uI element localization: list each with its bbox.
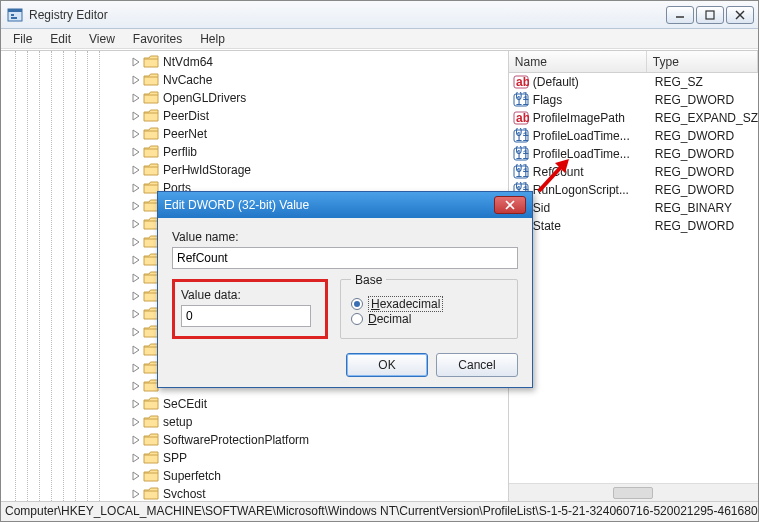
base-groupbox: Base Hexadecimal Decimal bbox=[340, 279, 518, 339]
tree-item-label: SPP bbox=[161, 451, 189, 465]
value-type: REG_BINARY bbox=[655, 201, 758, 215]
listview-header[interactable]: Name Type bbox=[509, 51, 758, 73]
expand-icon[interactable] bbox=[131, 57, 141, 67]
list-row[interactable]: 011110ProfileLoadTime...REG_DWORD bbox=[509, 145, 758, 163]
svg-text:110: 110 bbox=[515, 94, 529, 108]
expand-icon[interactable] bbox=[131, 93, 141, 103]
menu-help[interactable]: Help bbox=[192, 30, 233, 48]
tree-item[interactable]: Superfetch bbox=[131, 467, 508, 485]
menubar: File Edit View Favorites Help bbox=[1, 29, 758, 49]
value-data-input[interactable] bbox=[181, 305, 311, 327]
expand-icon[interactable] bbox=[131, 381, 141, 391]
folder-icon bbox=[143, 469, 159, 483]
tree-item[interactable]: setup bbox=[131, 413, 508, 431]
expand-icon[interactable] bbox=[131, 111, 141, 121]
col-name[interactable]: Name bbox=[509, 51, 647, 72]
menu-file[interactable]: File bbox=[5, 30, 40, 48]
tree-item[interactable]: Svchost bbox=[131, 485, 508, 501]
value-type-icon: 011110 bbox=[513, 128, 529, 144]
menu-favorites[interactable]: Favorites bbox=[125, 30, 190, 48]
tree-item[interactable]: PeerNet bbox=[131, 125, 508, 143]
menu-edit[interactable]: Edit bbox=[42, 30, 79, 48]
svg-text:ab: ab bbox=[516, 111, 529, 125]
dialog-titlebar[interactable]: Edit DWORD (32-bit) Value bbox=[158, 192, 532, 218]
value-name-input[interactable] bbox=[172, 247, 518, 269]
list-row[interactable]: 011110SidREG_BINARY bbox=[509, 199, 758, 217]
close-button[interactable] bbox=[726, 6, 754, 24]
expand-icon[interactable] bbox=[131, 237, 141, 247]
value-type: REG_SZ bbox=[655, 75, 758, 89]
folder-icon bbox=[143, 127, 159, 141]
expand-icon[interactable] bbox=[131, 435, 141, 445]
expand-icon[interactable] bbox=[131, 363, 141, 373]
expand-icon[interactable] bbox=[131, 471, 141, 481]
tree-item[interactable]: SoftwareProtectionPlatform bbox=[131, 431, 508, 449]
tree-item[interactable]: PerHwIdStorage bbox=[131, 161, 508, 179]
expand-icon[interactable] bbox=[131, 273, 141, 283]
expand-icon[interactable] bbox=[131, 453, 141, 463]
radio-hexadecimal[interactable]: Hexadecimal bbox=[351, 296, 507, 312]
svg-text:110: 110 bbox=[515, 148, 529, 162]
ok-button[interactable]: OK bbox=[346, 353, 428, 377]
tree-item[interactable]: OpenGLDrivers bbox=[131, 89, 508, 107]
expand-icon[interactable] bbox=[131, 75, 141, 85]
cancel-button[interactable]: Cancel bbox=[436, 353, 518, 377]
tree-item[interactable]: NtVdm64 bbox=[131, 53, 508, 71]
value-name: RunLogonScript... bbox=[533, 183, 651, 197]
svg-text:ab: ab bbox=[516, 75, 529, 89]
tree-item-label: setup bbox=[161, 415, 194, 429]
svg-rect-5 bbox=[706, 11, 714, 19]
list-row[interactable]: 011110FlagsREG_DWORD bbox=[509, 91, 758, 109]
value-type: REG_DWORD bbox=[655, 219, 758, 233]
folder-icon bbox=[143, 55, 159, 69]
list-row[interactable]: abProfileImagePathREG_EXPAND_SZ bbox=[509, 109, 758, 127]
maximize-button[interactable] bbox=[696, 6, 724, 24]
expand-icon[interactable] bbox=[131, 183, 141, 193]
dialog-title: Edit DWORD (32-bit) Value bbox=[164, 198, 494, 212]
value-type-icon: 011110 bbox=[513, 146, 529, 162]
value-type-icon: ab bbox=[513, 110, 529, 126]
expand-icon[interactable] bbox=[131, 327, 141, 337]
expand-icon[interactable] bbox=[131, 201, 141, 211]
value-name: RefCount bbox=[533, 165, 651, 179]
list-row[interactable]: 011110RunLogonScript...REG_DWORD bbox=[509, 181, 758, 199]
expand-icon[interactable] bbox=[131, 129, 141, 139]
list-row[interactable]: 011110ProfileLoadTime...REG_DWORD bbox=[509, 127, 758, 145]
value-type-icon: 011110 bbox=[513, 92, 529, 108]
expand-icon[interactable] bbox=[131, 165, 141, 175]
tree-item-label: PerHwIdStorage bbox=[161, 163, 253, 177]
expand-icon[interactable] bbox=[131, 255, 141, 265]
minimize-button[interactable] bbox=[666, 6, 694, 24]
col-type[interactable]: Type bbox=[647, 51, 758, 72]
list-pane[interactable]: Name Type ab(Default)REG_SZ011110FlagsRE… bbox=[509, 51, 758, 501]
menu-view[interactable]: View bbox=[81, 30, 123, 48]
value-name: ProfileLoadTime... bbox=[533, 147, 651, 161]
svg-rect-1 bbox=[8, 9, 22, 12]
folder-icon bbox=[143, 91, 159, 105]
value-type: REG_DWORD bbox=[655, 165, 758, 179]
tree-item[interactable]: PeerDist bbox=[131, 107, 508, 125]
radio-decimal[interactable]: Decimal bbox=[351, 312, 507, 326]
tree-item[interactable]: Perflib bbox=[131, 143, 508, 161]
tree-item[interactable]: SPP bbox=[131, 449, 508, 467]
expand-icon[interactable] bbox=[131, 219, 141, 229]
tree-item[interactable]: NvCache bbox=[131, 71, 508, 89]
dialog-close-button[interactable] bbox=[494, 196, 526, 214]
expand-icon[interactable] bbox=[131, 399, 141, 409]
tree-item[interactable]: SeCEdit bbox=[131, 395, 508, 413]
expand-icon[interactable] bbox=[131, 291, 141, 301]
folder-icon bbox=[143, 433, 159, 447]
horizontal-scrollbar[interactable] bbox=[509, 483, 758, 501]
list-row[interactable]: 011110StateREG_DWORD bbox=[509, 217, 758, 235]
expand-icon[interactable] bbox=[131, 147, 141, 157]
list-row[interactable]: ab(Default)REG_SZ bbox=[509, 73, 758, 91]
expand-icon[interactable] bbox=[131, 417, 141, 427]
svg-rect-2 bbox=[11, 14, 14, 16]
expand-icon[interactable] bbox=[131, 345, 141, 355]
list-row[interactable]: 011110RefCountREG_DWORD bbox=[509, 163, 758, 181]
expand-icon[interactable] bbox=[131, 309, 141, 319]
folder-icon bbox=[143, 451, 159, 465]
value-type: REG_DWORD bbox=[655, 129, 758, 143]
tree-item-label: PeerNet bbox=[161, 127, 209, 141]
expand-icon[interactable] bbox=[131, 489, 141, 499]
